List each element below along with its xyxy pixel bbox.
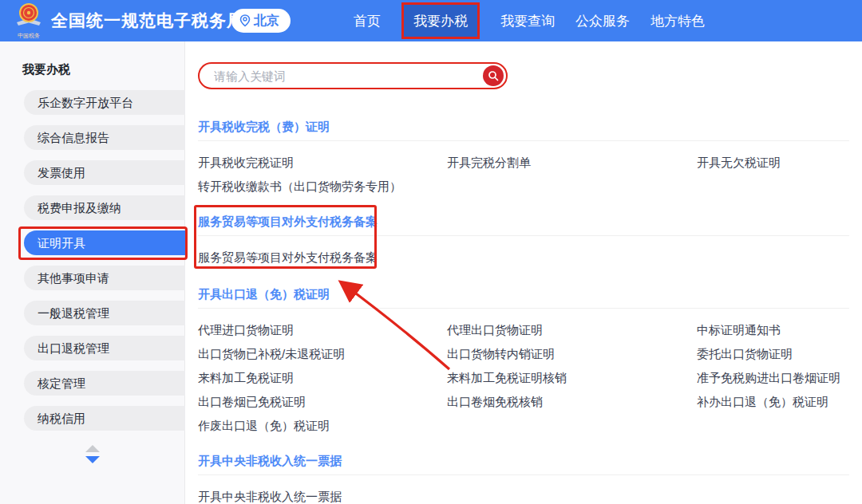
section-rows: 代理进口货物证明代理出口货物证明中标证明通知书出口货物已补税/未退税证明出口货物…	[198, 309, 849, 438]
service-link[interactable]: 来料加工免税证明	[198, 371, 447, 386]
sidebar-item-6[interactable]: 一般退税管理	[24, 301, 185, 325]
tax-emblem-icon	[13, 2, 45, 30]
service-link[interactable]: 代理出口货物证明	[447, 323, 697, 338]
nav-item-1-active[interactable]: 我要办税	[401, 2, 480, 39]
sidebar-item-3[interactable]: 税费申报及缴纳	[24, 195, 185, 220]
service-row: 出口货物已补税/未退税证明出口货物转内销证明委托出口货物证明	[198, 342, 849, 366]
service-section-3: 开具中央非税收入统一票据开具中央非税收入统一票据	[198, 454, 849, 504]
top-nav: 首页我要办税我要查询公众服务地方特色	[354, 0, 705, 41]
nav-item-2[interactable]: 我要查询	[500, 12, 555, 30]
sidebar-item-5[interactable]: 其他事项申请	[24, 266, 185, 290]
page: 中国税务 全国统一规范电子税务局 北京 首页我要办税我要查询公众服务地方特色 我…	[0, 0, 862, 504]
sidebar-item-1[interactable]: 综合信息报告	[24, 125, 185, 150]
sidebar-item-2[interactable]: 发票使用	[24, 160, 185, 185]
service-sections: 开具税收完税（费）证明开具税收完税证明开具完税分割单开具无欠税证明转开税收缴款书…	[198, 120, 849, 504]
main-content: 开具税收完税（费）证明开具税收完税证明开具完税分割单开具无欠税证明转开税收缴款书…	[198, 41, 849, 504]
section-title[interactable]: 开具出口退（免）税证明	[198, 287, 849, 303]
nav-item-3[interactable]: 公众服务	[575, 12, 630, 30]
service-link[interactable]: 来料加工免税证明核销	[447, 371, 697, 386]
service-link[interactable]: 开具税收完税证明	[198, 156, 447, 171]
location-pin-icon	[239, 14, 251, 27]
nav-item-4[interactable]: 地方特色	[650, 12, 705, 30]
service-row: 转开税收缴款书（出口货物劳务专用）	[198, 175, 849, 199]
location-label: 北京	[254, 13, 279, 30]
search-bar	[198, 62, 508, 89]
nav-item-0[interactable]: 首页	[354, 12, 381, 30]
sidebar-title: 我要办税	[22, 62, 184, 77]
service-link[interactable]: 出口卷烟已免税证明	[198, 395, 447, 410]
location-pill[interactable]: 北京	[231, 9, 291, 33]
service-link[interactable]: 代理进口货物证明	[198, 323, 447, 338]
service-link[interactable]: 作废出口退（免）税证明	[198, 419, 447, 434]
service-section-2: 开具出口退（免）税证明代理进口货物证明代理出口货物证明中标证明通知书出口货物已补…	[198, 287, 849, 438]
service-link[interactable]: 开具无欠税证明	[697, 156, 849, 171]
service-link[interactable]: 委托出口货物证明	[697, 347, 849, 362]
section-title[interactable]: 服务贸易等项目对外支付税务备案	[198, 215, 849, 230]
service-link[interactable]: 开具中央非税收入统一票据	[198, 490, 447, 504]
sidebar-item-7[interactable]: 出口退税管理	[24, 336, 185, 360]
section-rows: 服务贸易等项目对外支付税务备案	[198, 236, 849, 270]
service-link[interactable]: 中标证明通知书	[697, 323, 849, 338]
service-link[interactable]: 出口卷烟免税核销	[447, 395, 697, 410]
sidebar-pager	[0, 445, 184, 463]
section-rows: 开具税收完税证明开具完税分割单开具无欠税证明转开税收缴款书（出口货物劳务专用）	[198, 141, 849, 199]
service-section-0: 开具税收完税（费）证明开具税收完税证明开具完税分割单开具无欠税证明转开税收缴款书…	[198, 120, 849, 199]
service-link[interactable]: 出口货物已补税/未退税证明	[198, 347, 447, 362]
search-icon	[488, 70, 499, 81]
search-input[interactable]	[214, 65, 477, 86]
sidebar-items: 乐企数字开放平台综合信息报告发票使用税费申报及缴纳证明开具其他事项申请一般退税管…	[0, 90, 184, 431]
sidebar-item-8[interactable]: 核定管理	[24, 371, 185, 396]
section-rows: 开具中央非税收入统一票据	[198, 475, 849, 504]
sidebar-item-4-selected[interactable]: 证明开具	[24, 230, 185, 255]
china-tax-logo: 中国税务	[10, 2, 48, 38]
service-row: 来料加工免税证明来料加工免税证明核销准予免税购进出口卷烟证明	[198, 366, 849, 390]
sidebar: 我要办税 乐企数字开放平台综合信息报告发票使用税费申报及缴纳证明开具其他事项申请…	[0, 41, 185, 504]
service-row: 开具中央非税收入统一票据	[198, 485, 849, 504]
sidebar-item-0[interactable]: 乐企数字开放平台	[24, 90, 185, 115]
service-link[interactable]: 补办出口退（免）税证明	[697, 395, 849, 410]
collapse-up-arrow-icon[interactable]	[85, 445, 100, 452]
service-row: 开具税收完税证明开具完税分割单开具无欠税证明	[198, 151, 849, 175]
service-row: 代理进口货物证明代理出口货物证明中标证明通知书	[198, 318, 849, 342]
service-row: 服务贸易等项目对外支付税务备案	[198, 246, 849, 270]
service-section-1: 服务贸易等项目对外支付税务备案服务贸易等项目对外支付税务备案	[198, 215, 849, 270]
section-title[interactable]: 开具中央非税收入统一票据	[198, 454, 849, 470]
logo-caption: 中国税务	[10, 33, 48, 38]
sidebar-item-9[interactable]: 纳税信用	[24, 406, 185, 431]
search-button[interactable]	[483, 65, 504, 86]
service-link[interactable]: 服务贸易等项目对外支付税务备案	[198, 250, 447, 266]
service-link[interactable]: 准予免税购进出口卷烟证明	[697, 371, 849, 386]
service-row: 出口卷烟已免税证明出口卷烟免税核销补办出口退（免）税证明	[198, 390, 849, 414]
top-header: 中国税务 全国统一规范电子税务局 北京 首页我要办税我要查询公众服务地方特色	[0, 0, 862, 41]
expand-down-arrow-icon[interactable]	[85, 456, 100, 463]
app-title: 全国统一规范电子税务局	[51, 0, 244, 41]
service-row: 作废出口退（免）税证明	[198, 414, 849, 438]
service-link[interactable]: 开具完税分割单	[447, 156, 697, 171]
section-title[interactable]: 开具税收完税（费）证明	[198, 120, 849, 136]
service-link[interactable]: 出口货物转内销证明	[447, 347, 697, 362]
service-link[interactable]: 转开税收缴款书（出口货物劳务专用）	[198, 179, 447, 195]
